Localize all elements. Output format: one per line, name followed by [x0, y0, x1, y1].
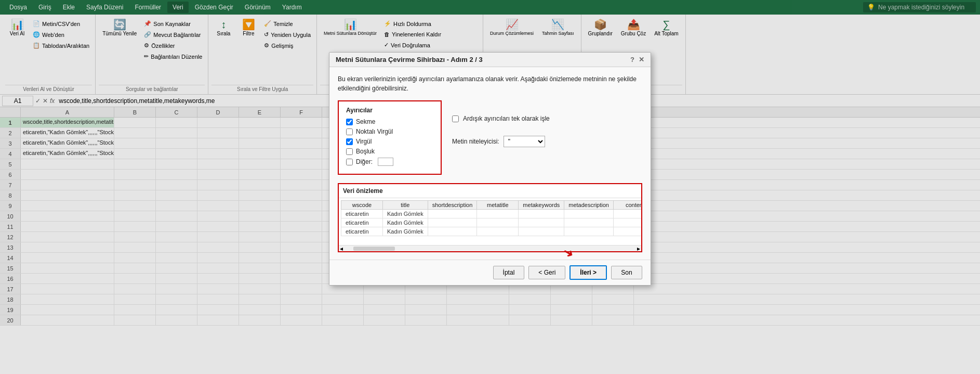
- finish-button[interactable]: Son: [611, 266, 642, 279]
- preview-header-row: wscode title shortdescription metatitle …: [341, 201, 642, 210]
- preview-col-wscode: wscode: [341, 201, 383, 210]
- checkbox-sekme[interactable]: [346, 119, 353, 125]
- preview-col-title: title: [383, 201, 428, 210]
- cell-shortdesc-3: [428, 227, 477, 236]
- preview-col-metatitle: metatitle: [477, 201, 519, 210]
- cell-metadesc-2: [564, 218, 614, 227]
- cell-title-2: Kadın Gömlek: [383, 218, 428, 227]
- scroll-thumb[interactable]: [353, 247, 395, 251]
- table-row: eticaretin Kadın Gömlek: [341, 227, 642, 236]
- dialog-title-bar: Metni Sütunlara Çevirme Sihirbazı - Adım…: [329, 53, 651, 67]
- cell-shortdesc-1: [428, 210, 477, 218]
- check-row-bosluk: Boşluk: [346, 148, 433, 155]
- consecutive-row: Ardışık ayırıcıları tek olarak işle: [452, 115, 550, 122]
- cell-metadesc-1: [564, 210, 614, 218]
- dialog-description: Bu ekran verilerinizin içerdiği ayırıcıl…: [338, 74, 642, 93]
- consecutive-label: Ardışık ayırıcıları tek olarak işle: [463, 115, 550, 122]
- checkbox-virgul[interactable]: [346, 138, 353, 145]
- cell-metakeywords-3: [519, 227, 564, 236]
- close-dialog-icon[interactable]: ✕: [639, 56, 644, 63]
- cell-metakeywords-2: [519, 218, 564, 227]
- label-sekme: Sekme: [356, 118, 375, 125]
- cell-title-1: Kadın Gömlek: [383, 210, 428, 218]
- label-virgul: Virgül: [356, 138, 372, 145]
- checkbox-noktalı-virgul[interactable]: [346, 128, 353, 135]
- delimiters-title: Ayırıcılar: [346, 107, 433, 114]
- back-button[interactable]: < Geri: [528, 266, 565, 279]
- preview-col-shortdesc: shortdescription: [428, 201, 477, 210]
- preview-table-container[interactable]: wscode title shortdescription metatitle …: [339, 198, 641, 245]
- preview-scrollbar[interactable]: ◂ ▸: [339, 245, 641, 251]
- table-row: eticaretin Kadın Gömlek: [341, 218, 642, 227]
- dialog-body: Bu ekran verilerinizin içerdiği ayırıcıl…: [329, 67, 651, 260]
- preview-table: wscode title shortdescription metatitle …: [341, 200, 641, 236]
- qualifier-select[interactable]: " ' {yok}: [504, 136, 545, 147]
- cell-wscode-1: eticaretin: [341, 210, 383, 218]
- checkbox-diger[interactable]: [346, 159, 353, 165]
- other-delimiter-input[interactable]: [378, 158, 393, 166]
- next-button[interactable]: İleri >: [570, 265, 607, 280]
- preview-col-metakeywords: metakeywords: [519, 201, 564, 210]
- cell-wscode-3: eticaretin: [341, 227, 383, 236]
- scroll-left-icon[interactable]: ◂: [340, 245, 343, 252]
- preview-section: Veri önizleme wscode title shortdescript…: [338, 183, 642, 252]
- check-row-virgul: Virgül: [346, 138, 433, 145]
- cell-content-3: [613, 227, 641, 236]
- qualifier-label: Metin niteleyicisi:: [452, 138, 499, 145]
- checkbox-consecutive[interactable]: [452, 115, 459, 122]
- delimiters-box: Ayırıcılar Sekme Noktalı Virgül Virgül: [338, 100, 442, 175]
- cell-content-2: [613, 218, 641, 227]
- qualifier-row: Metin niteleyicisi: " ' {yok}: [452, 136, 550, 147]
- table-row: eticaretin Kadın Gömlek: [341, 210, 642, 218]
- cell-metatitle-2: [477, 218, 519, 227]
- dialog-footer: ➜ İptal < Geri İleri > Son: [329, 260, 651, 285]
- wizard-dialog: Metni Sütunlara Çevirme Sihirbazı - Adım…: [329, 52, 651, 286]
- preview-col-metadesc: metadescription: [564, 201, 614, 210]
- preview-title: Veri önizleme: [339, 184, 641, 198]
- dialog-overlay: Metni Sütunlara Çevirme Sihirbazı - Adım…: [0, 0, 980, 374]
- scroll-right-icon[interactable]: ▸: [637, 245, 640, 252]
- dialog-main-section: Ayırıcılar Sekme Noktalı Virgül Virgül: [338, 100, 642, 175]
- cell-metatitle-1: [477, 210, 519, 218]
- label-bosluk: Boşluk: [356, 148, 375, 155]
- help-icon[interactable]: ?: [630, 56, 634, 63]
- label-noktalı-virgul: Noktalı Virgül: [356, 128, 393, 135]
- cell-title-3: Kadın Gömlek: [383, 227, 428, 236]
- cell-shortdesc-2: [428, 218, 477, 227]
- checkbox-bosluk[interactable]: [346, 148, 353, 155]
- cell-metadesc-3: [564, 227, 614, 236]
- dialog-title: Metni Sütunlara Çevirme Sihirbazı - Adım…: [336, 56, 483, 63]
- preview-col-content: conten: [613, 201, 641, 210]
- label-diger: Diğer:: [356, 158, 373, 165]
- check-row-diger: Diğer:: [346, 158, 433, 166]
- right-options: Ardışık ayırıcıları tek olarak işle Meti…: [452, 100, 550, 175]
- check-row-noktalı-virgul: Noktalı Virgül: [346, 128, 433, 135]
- cell-content-1: [613, 210, 641, 218]
- cell-metakeywords-1: [519, 210, 564, 218]
- cell-wscode-2: eticaretin: [341, 218, 383, 227]
- cell-metatitle-3: [477, 227, 519, 236]
- check-row-sekme: Sekme: [346, 118, 433, 125]
- dialog-title-icons: ? ✕: [630, 56, 644, 63]
- cancel-button[interactable]: İptal: [493, 266, 525, 279]
